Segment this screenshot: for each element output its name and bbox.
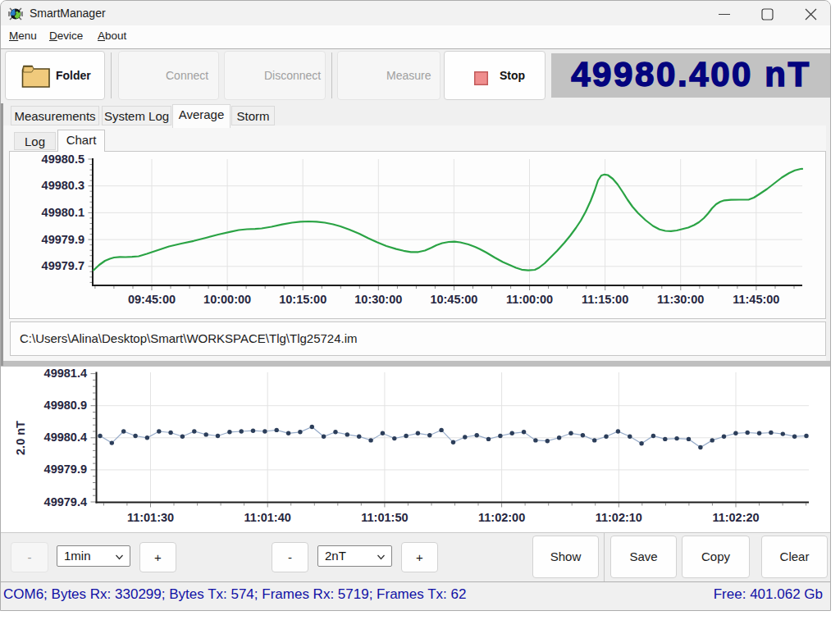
svg-text:09:45:00: 09:45:00 <box>128 293 176 306</box>
svg-text:11:02:00: 11:02:00 <box>478 511 525 524</box>
svg-text:10:00:00: 10:00:00 <box>203 293 251 306</box>
svg-text:49980.3: 49980.3 <box>42 179 84 192</box>
svg-text:10:30:00: 10:30:00 <box>354 293 402 306</box>
svg-text:49980.4: 49980.4 <box>44 431 87 444</box>
svg-text:11:01:30: 11:01:30 <box>127 511 174 524</box>
svg-text:49979.9: 49979.9 <box>44 463 87 476</box>
svg-text:49979.9: 49979.9 <box>42 233 84 246</box>
svg-text:11:45:00: 11:45:00 <box>733 293 779 306</box>
svg-text:2.0 nT: 2.0 nT <box>14 421 27 455</box>
svg-text:11:02:20: 11:02:20 <box>712 511 759 524</box>
svg-text:49979.7: 49979.7 <box>42 259 84 272</box>
svg-text:49980.9: 49980.9 <box>44 399 87 412</box>
svg-text:11:00:00: 11:00:00 <box>506 293 553 306</box>
svg-text:49980.5: 49980.5 <box>42 153 84 166</box>
svg-text:10:15:00: 10:15:00 <box>279 293 326 306</box>
svg-text:49981.4: 49981.4 <box>44 367 87 380</box>
svg-text:11:01:40: 11:01:40 <box>244 511 291 524</box>
svg-text:49979.4: 49979.4 <box>44 495 87 508</box>
svg-text:11:30:00: 11:30:00 <box>657 293 704 306</box>
svg-text:10:45:00: 10:45:00 <box>430 293 477 306</box>
svg-text:11:01:50: 11:01:50 <box>361 511 408 524</box>
svg-text:11:15:00: 11:15:00 <box>582 293 628 306</box>
svg-text:49980.1: 49980.1 <box>42 206 84 219</box>
svg-text:11:02:10: 11:02:10 <box>596 511 642 524</box>
